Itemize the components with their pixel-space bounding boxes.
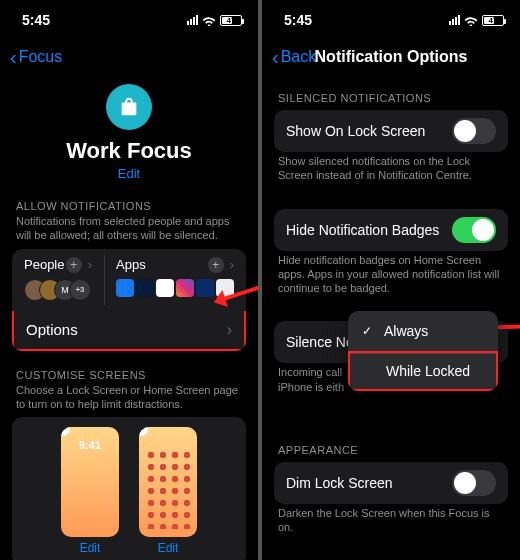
dim-sub: Darken the Lock Screen when this Focus i… bbox=[278, 506, 504, 535]
customise-label: CUSTOMISE SCREENS bbox=[16, 369, 242, 381]
apps-label: Apps bbox=[116, 257, 146, 272]
chevron-right-icon: › bbox=[227, 321, 232, 339]
chevron-right-icon: › bbox=[88, 257, 92, 272]
silence-popover: ✓ Always While Locked bbox=[348, 311, 498, 391]
people-label: People bbox=[24, 257, 64, 272]
wifi-icon bbox=[464, 15, 478, 26]
phone-left: 5:45 47 ‹ Focus Work Focus Edit ALLOW NO… bbox=[0, 0, 258, 560]
clock: 5:45 bbox=[284, 12, 312, 28]
status-bar: 5:45 47 bbox=[0, 0, 258, 40]
people-cell[interactable]: People + › M +3 bbox=[12, 249, 104, 311]
lock-screen-preview[interactable]: –9:41 Edit bbox=[61, 427, 119, 555]
popover-always-label: Always bbox=[384, 323, 428, 339]
focus-header: Work Focus Edit bbox=[12, 84, 246, 182]
clock: 5:45 bbox=[22, 12, 50, 28]
hide-badges-toggle[interactable] bbox=[452, 217, 496, 243]
show-on-lock-toggle[interactable] bbox=[452, 118, 496, 144]
people-avatars: M +3 bbox=[24, 279, 92, 301]
popover-while-locked[interactable]: While Locked bbox=[348, 351, 498, 391]
battery-icon: 47 bbox=[220, 15, 242, 26]
status-bar: 5:45 47 bbox=[262, 0, 520, 40]
battery-icon: 47 bbox=[482, 15, 504, 26]
dim-row[interactable]: Dim Lock Screen bbox=[274, 462, 508, 504]
show-on-lock-row[interactable]: Show On Lock Screen bbox=[274, 110, 508, 152]
hide-badges-sub: Hide notification badges on Home Screen … bbox=[278, 253, 504, 296]
edit-lock-screen[interactable]: Edit bbox=[80, 541, 101, 555]
dim-label: Dim Lock Screen bbox=[286, 475, 393, 491]
people-more-badge: +3 bbox=[69, 279, 91, 301]
edit-home-screen[interactable]: Edit bbox=[158, 541, 179, 555]
phone-right: 5:45 47 ‹ Back Notification Options SILE… bbox=[262, 0, 520, 560]
remove-icon[interactable]: – bbox=[139, 427, 148, 436]
show-on-lock-label: Show On Lock Screen bbox=[286, 123, 425, 139]
options-label: Options bbox=[26, 321, 78, 338]
allow-notifications-label: ALLOW NOTIFICATIONS bbox=[16, 200, 242, 212]
silenced-label: SILENCED NOTIFICATIONS bbox=[278, 92, 504, 104]
dim-toggle[interactable] bbox=[452, 470, 496, 496]
allow-notifications-sub: Notifications from selected people and a… bbox=[16, 214, 242, 243]
appearance-label: APPEARANCE bbox=[278, 444, 504, 456]
back-label: Focus bbox=[19, 48, 63, 66]
notifications-group: People + › M +3 bbox=[12, 249, 246, 351]
focus-title: Work Focus bbox=[12, 138, 246, 164]
options-row[interactable]: Options › bbox=[12, 311, 246, 351]
popover-while-locked-label: While Locked bbox=[386, 363, 470, 379]
wifi-icon bbox=[202, 15, 216, 26]
check-icon: ✓ bbox=[362, 324, 376, 338]
show-on-lock-sub: Show silenced notifications on the Lock … bbox=[278, 154, 504, 183]
hide-badges-row[interactable]: Hide Notification Badges bbox=[274, 209, 508, 251]
nav-bar: ‹ Focus bbox=[0, 40, 258, 74]
customise-screens-card: –9:41 Edit – Edit bbox=[12, 417, 246, 560]
customise-sub: Choose a Lock Screen or Home Screen page… bbox=[16, 383, 242, 412]
hide-badges-label: Hide Notification Badges bbox=[286, 222, 439, 238]
back-button[interactable]: ‹ Back bbox=[272, 46, 316, 69]
popover-always[interactable]: ✓ Always bbox=[348, 311, 498, 351]
work-focus-icon bbox=[106, 84, 152, 130]
back-button[interactable]: ‹ Focus bbox=[10, 46, 62, 69]
remove-icon[interactable]: – bbox=[61, 427, 70, 436]
nav-bar: ‹ Back Notification Options bbox=[262, 40, 520, 74]
edit-button[interactable]: Edit bbox=[118, 166, 140, 181]
chevron-left-icon: ‹ bbox=[272, 46, 279, 69]
back-label: Back bbox=[281, 48, 317, 66]
chevron-left-icon: ‹ bbox=[10, 46, 17, 69]
chevron-right-icon: › bbox=[230, 257, 234, 272]
add-apps-icon[interactable]: + bbox=[208, 257, 224, 273]
signal-icon bbox=[187, 15, 198, 25]
home-screen-preview[interactable]: – Edit bbox=[139, 427, 197, 555]
add-people-icon[interactable]: + bbox=[66, 257, 82, 273]
signal-icon bbox=[449, 15, 460, 25]
